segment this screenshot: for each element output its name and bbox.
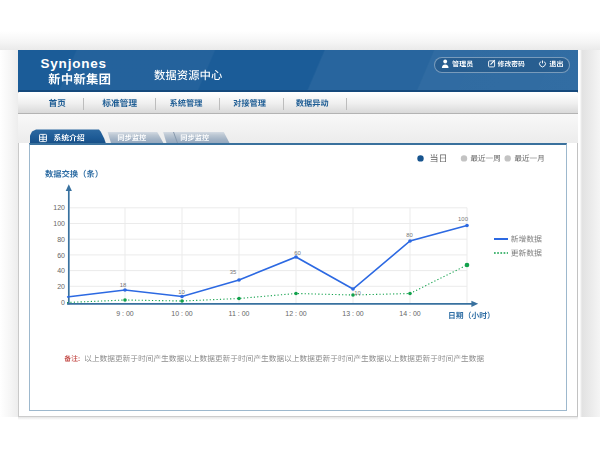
svg-text:60: 60 xyxy=(57,252,65,259)
svg-text:80: 80 xyxy=(406,232,413,238)
svg-text:40: 40 xyxy=(57,267,65,274)
svg-text:14 : 00: 14 : 00 xyxy=(399,310,421,317)
svg-text:9 : 00: 9 : 00 xyxy=(116,310,134,317)
svg-text:60: 60 xyxy=(294,250,301,256)
svg-text:0: 0 xyxy=(61,299,65,306)
svg-text:100: 100 xyxy=(53,220,65,227)
svg-text:20: 20 xyxy=(57,283,65,290)
svg-text:10: 10 xyxy=(354,290,361,296)
svg-text:80: 80 xyxy=(57,236,65,243)
svg-text:10: 10 xyxy=(178,289,185,295)
svg-text:35: 35 xyxy=(230,269,237,275)
svg-text:10 : 00: 10 : 00 xyxy=(171,310,193,317)
svg-text:120: 120 xyxy=(53,204,65,211)
svg-text:100: 100 xyxy=(458,216,469,222)
svg-text:12 : 00: 12 : 00 xyxy=(285,310,307,317)
svg-text:11 : 00: 11 : 00 xyxy=(229,310,250,317)
svg-text:18: 18 xyxy=(120,282,127,288)
svg-text:13 : 00: 13 : 00 xyxy=(342,310,364,317)
